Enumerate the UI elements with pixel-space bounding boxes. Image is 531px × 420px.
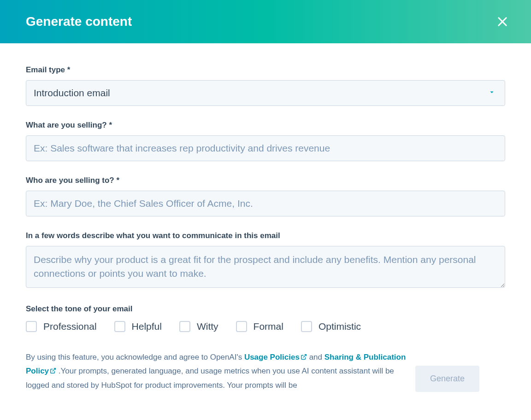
tone-option-formal[interactable]: Formal [236, 321, 283, 332]
selling-to-input[interactable] [26, 191, 505, 216]
checkbox-icon [179, 321, 190, 332]
selling-group: What are you selling? * [26, 121, 505, 161]
modal-title: Generate content [26, 14, 132, 29]
selling-to-group: Who are you selling to? * [26, 176, 505, 216]
tone-option-optimistic[interactable]: Optimistic [301, 321, 361, 332]
checkbox-icon [236, 321, 247, 332]
external-link-icon [301, 351, 307, 365]
tone-option-label: Helpful [132, 321, 162, 332]
tone-checkbox-row: Professional Helpful Witty Formal Optimi… [26, 321, 505, 332]
selling-input[interactable] [26, 135, 505, 161]
tone-option-professional[interactable]: Professional [26, 321, 97, 332]
external-link-icon [50, 365, 56, 379]
tone-option-label: Formal [254, 321, 283, 332]
describe-textarea[interactable] [26, 246, 505, 288]
close-icon[interactable] [496, 15, 509, 28]
disclaimer-suffix: .Your prompts, generated language, and u… [26, 367, 394, 389]
modal-header: Generate content [0, 0, 531, 43]
checkbox-icon [301, 321, 312, 332]
email-type-select[interactable] [26, 80, 505, 106]
disclaimer-prefix: By using this feature, you acknowledge a… [26, 353, 244, 362]
disclaimer-text: By using this feature, you acknowledge a… [26, 350, 408, 392]
tone-label: Select the tone of your email [26, 304, 505, 314]
generate-button[interactable]: Generate [415, 366, 479, 392]
tone-option-label: Optimistic [319, 321, 361, 332]
email-type-group: Email type * [26, 65, 505, 106]
describe-label: In a few words describe what you want to… [26, 231, 505, 240]
email-type-select-wrapper [26, 80, 505, 106]
checkbox-icon [26, 321, 37, 332]
disclaimer-mid1: and [309, 353, 324, 362]
tone-group: Select the tone of your email Profession… [26, 304, 505, 332]
bottom-row: By using this feature, you acknowledge a… [26, 350, 505, 392]
tone-option-label: Witty [197, 321, 218, 332]
email-type-label: Email type * [26, 65, 505, 75]
tone-option-helpful[interactable]: Helpful [114, 321, 162, 332]
tone-option-witty[interactable]: Witty [179, 321, 218, 332]
selling-label: What are you selling? * [26, 121, 505, 130]
modal-body: Email type * What are you selling? * Who… [0, 43, 531, 392]
checkbox-icon [114, 321, 125, 332]
selling-to-label: Who are you selling to? * [26, 176, 505, 185]
tone-option-label: Professional [43, 321, 97, 332]
usage-policies-link[interactable]: Usage Policies [244, 353, 307, 362]
describe-group: In a few words describe what you want to… [26, 231, 505, 290]
